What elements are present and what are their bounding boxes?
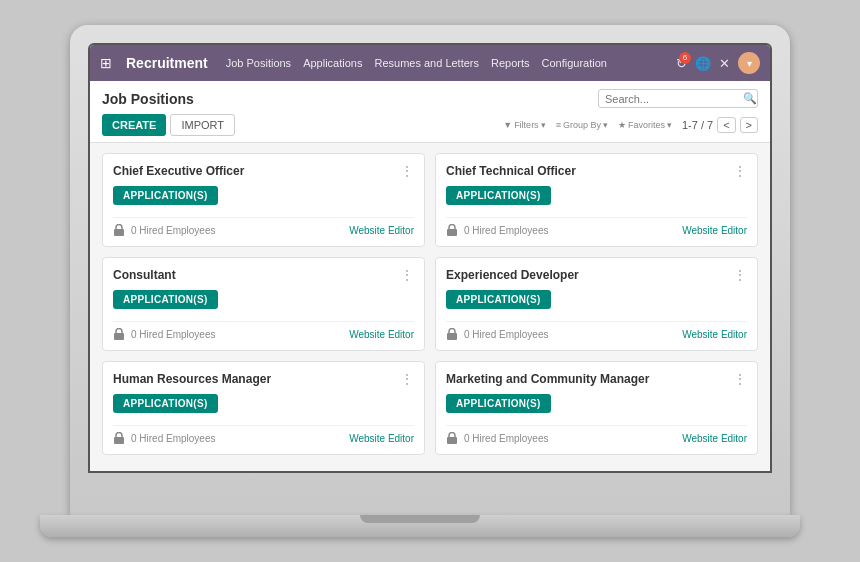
filter-bar: ▼ Filters ▾ ≡ Group By ▾ ★ [503, 117, 758, 133]
job-menu-icon-1[interactable]: ⋮ [733, 164, 747, 178]
prev-page-button[interactable]: < [717, 117, 735, 133]
applications-btn-0[interactable]: APPLICATION(S) [113, 186, 218, 205]
import-button[interactable]: IMPORT [170, 114, 235, 136]
lock-icon-3 [446, 328, 458, 340]
job-menu-icon-5[interactable]: ⋮ [733, 372, 747, 386]
website-editor-4[interactable]: Website Editor [349, 433, 414, 444]
job-title-0: Chief Executive Officer [113, 164, 244, 178]
job-title-4: Human Resources Manager [113, 372, 271, 386]
job-card-0: Chief Executive Officer ⋮ APPLICATION(S)… [102, 153, 425, 247]
svg-rect-0 [114, 229, 124, 236]
nav-reports[interactable]: Reports [491, 57, 530, 69]
favorites-button[interactable]: ★ Favorites ▾ [618, 120, 672, 130]
refresh-badge: 6 [679, 52, 691, 64]
website-editor-2[interactable]: Website Editor [349, 329, 414, 340]
navbar: ⊞ Recruitment Job Positions Applications… [90, 45, 770, 81]
applications-btn-5[interactable]: APPLICATION(S) [446, 394, 551, 413]
job-title-1: Chief Technical Officer [446, 164, 576, 178]
lock-icon-1 [446, 224, 458, 236]
job-card-3: Experienced Developer ⋮ APPLICATION(S) 0… [435, 257, 758, 351]
close-icon[interactable]: ✕ [719, 56, 730, 71]
svg-rect-2 [114, 333, 124, 340]
job-card-2: Consultant ⋮ APPLICATION(S) 0 Hired Empl… [102, 257, 425, 351]
job-menu-icon-2[interactable]: ⋮ [400, 268, 414, 282]
nav-resumes[interactable]: Resumes and Letters [374, 57, 479, 69]
job-card-4: Human Resources Manager ⋮ APPLICATION(S)… [102, 361, 425, 455]
nav-applications[interactable]: Applications [303, 57, 362, 69]
applications-btn-4[interactable]: APPLICATION(S) [113, 394, 218, 413]
svg-rect-4 [114, 437, 124, 444]
hired-count-3: 0 Hired Employees [464, 329, 548, 340]
search-icon: 🔍 [743, 92, 757, 105]
job-card-5: Marketing and Community Manager ⋮ APPLIC… [435, 361, 758, 455]
group-by-button[interactable]: ≡ Group By ▾ [556, 120, 608, 130]
group-by-label: Group By [563, 120, 601, 130]
nav-configuration[interactable]: Configuration [542, 57, 607, 69]
user-avatar[interactable]: ▾ [738, 52, 760, 74]
jobs-grid: Chief Executive Officer ⋮ APPLICATION(S)… [102, 153, 758, 455]
svg-rect-1 [447, 229, 457, 236]
hired-count-1: 0 Hired Employees [464, 225, 548, 236]
website-editor-1[interactable]: Website Editor [682, 225, 747, 236]
svg-rect-3 [447, 333, 457, 340]
sub-header: Job Positions 🔍 CREATE IMPORT [90, 81, 770, 143]
job-card-1: Chief Technical Officer ⋮ APPLICATION(S)… [435, 153, 758, 247]
filters-button[interactable]: ▼ Filters ▾ [503, 120, 545, 130]
content-area: Chief Executive Officer ⋮ APPLICATION(S)… [90, 143, 770, 471]
job-menu-icon-0[interactable]: ⋮ [400, 164, 414, 178]
website-editor-0[interactable]: Website Editor [349, 225, 414, 236]
filters-label: Filters [514, 120, 539, 130]
favorites-label: Favorites [628, 120, 665, 130]
nav-right: ↻ 6 🌐 ✕ ▾ [676, 52, 760, 74]
applications-btn-2[interactable]: APPLICATION(S) [113, 290, 218, 309]
job-title-2: Consultant [113, 268, 176, 282]
nav-job-positions[interactable]: Job Positions [226, 57, 291, 69]
page-title: Job Positions [102, 91, 194, 107]
job-title-3: Experienced Developer [446, 268, 579, 282]
grid-icon[interactable]: ⊞ [100, 55, 112, 71]
translate-icon[interactable]: 🌐 [695, 56, 711, 71]
nav-menu: Job Positions Applications Resumes and L… [226, 57, 662, 69]
search-box[interactable]: 🔍 [598, 89, 758, 108]
action-buttons: CREATE IMPORT [102, 114, 235, 136]
refresh-icon[interactable]: ↻ 6 [676, 56, 687, 71]
applications-btn-3[interactable]: APPLICATION(S) [446, 290, 551, 309]
pagination-count: 1-7 / 7 [682, 119, 713, 131]
search-input[interactable] [605, 93, 743, 105]
svg-rect-5 [447, 437, 457, 444]
lock-icon-2 [113, 328, 125, 340]
job-title-5: Marketing and Community Manager [446, 372, 649, 386]
hired-count-5: 0 Hired Employees [464, 433, 548, 444]
website-editor-3[interactable]: Website Editor [682, 329, 747, 340]
brand-name: Recruitment [126, 55, 208, 71]
hired-count-0: 0 Hired Employees [131, 225, 215, 236]
lock-icon-0 [113, 224, 125, 236]
lock-icon-4 [113, 432, 125, 444]
hired-count-2: 0 Hired Employees [131, 329, 215, 340]
next-page-button[interactable]: > [740, 117, 758, 133]
website-editor-5[interactable]: Website Editor [682, 433, 747, 444]
job-menu-icon-4[interactable]: ⋮ [400, 372, 414, 386]
create-button[interactable]: CREATE [102, 114, 166, 136]
pagination: 1-7 / 7 < > [682, 117, 758, 133]
hired-count-4: 0 Hired Employees [131, 433, 215, 444]
applications-btn-1[interactable]: APPLICATION(S) [446, 186, 551, 205]
lock-icon-5 [446, 432, 458, 444]
job-menu-icon-3[interactable]: ⋮ [733, 268, 747, 282]
